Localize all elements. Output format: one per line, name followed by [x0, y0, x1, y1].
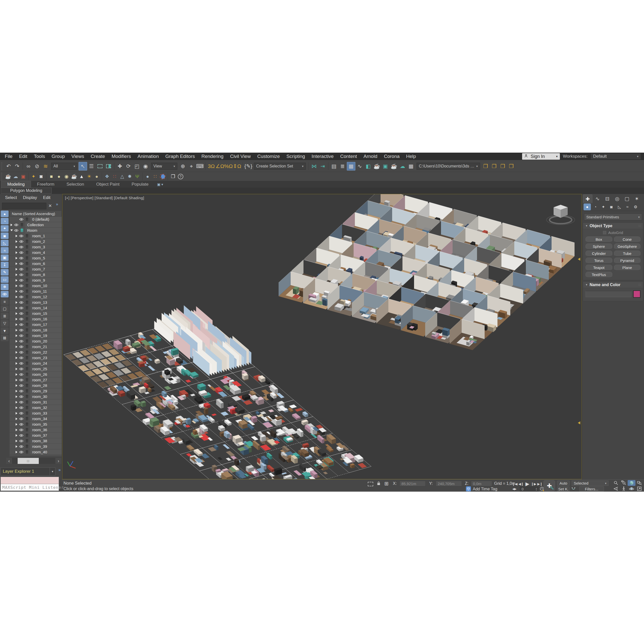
- material-square-icon[interactable]: ■: [48, 173, 55, 180]
- subcategory-dropdown[interactable]: Standard Primitives ▾: [584, 214, 642, 220]
- expand-arrow-icon[interactable]: [15, 418, 18, 420]
- expand-arrow-icon[interactable]: [15, 401, 18, 403]
- eye-icon[interactable]: [18, 334, 24, 337]
- ribbon-minimize-icon[interactable]: ▣ ▾: [155, 181, 166, 188]
- teapot-button[interactable]: Teapot: [586, 265, 612, 270]
- project-folder-dropdown[interactable]: C:\Users\10\Documents\3ds Max 2020▾: [417, 163, 480, 170]
- selection-filter-dropdown[interactable]: All▾: [51, 163, 77, 170]
- menu-file[interactable]: File: [2, 153, 16, 160]
- table-row[interactable]: room_39: [10, 444, 62, 449]
- maxscript-listener[interactable]: MAXScript Mini Listener: [1, 484, 59, 491]
- previous-key-button[interactable]: ◀❙: [518, 481, 524, 487]
- material-cone-icon[interactable]: ▲: [78, 173, 85, 180]
- search-input[interactable]: [2, 203, 46, 209]
- tube-button[interactable]: Tube: [614, 251, 641, 256]
- expand-arrow-icon[interactable]: [15, 445, 18, 448]
- expand-arrow-icon[interactable]: [15, 412, 18, 415]
- table-row[interactable]: room_37: [10, 433, 62, 438]
- table-row[interactable]: room_19: [10, 333, 62, 338]
- perspective-viewport[interactable]: [+] [Perspective] [Standard] [Default Sh…: [62, 194, 582, 479]
- menu-interactive[interactable]: Interactive: [308, 153, 337, 160]
- eye-icon[interactable]: [18, 434, 24, 437]
- select-and-move-icon[interactable]: ✚: [116, 162, 124, 171]
- ribbon-tab-freeform[interactable]: Freeform: [31, 181, 60, 188]
- chevron-down-icon[interactable]: ▾: [50, 467, 55, 476]
- expand-arrow-icon[interactable]: [15, 246, 18, 248]
- menu-rendering[interactable]: Rendering: [198, 153, 227, 160]
- explorer-menu-display[interactable]: Display: [20, 195, 40, 200]
- eye-icon[interactable]: [18, 257, 24, 260]
- eye-icon[interactable]: [18, 329, 24, 332]
- menu-customize[interactable]: Customize: [254, 153, 283, 160]
- expand-arrow-icon[interactable]: [15, 395, 18, 398]
- table-row[interactable]: room_30: [10, 394, 62, 399]
- table-row[interactable]: room_20: [10, 338, 62, 344]
- sign-in-button[interactable]: Sign In ▾: [522, 153, 560, 160]
- eye-icon[interactable]: [18, 318, 24, 321]
- select-by-name-icon[interactable]: ☰: [87, 162, 96, 171]
- orbit-icon[interactable]: [628, 486, 635, 492]
- filter-helpers-icon[interactable]: ◺: [1, 240, 9, 246]
- filter-containers-icon[interactable]: ▭: [1, 276, 9, 283]
- filter-shapes-icon[interactable]: ◔: [1, 218, 9, 224]
- filter-materials-icon[interactable]: ▣: [1, 254, 9, 261]
- align-icon[interactable]: ⇥: [318, 162, 327, 171]
- cat-spacewarps[interactable]: ≈: [624, 204, 631, 210]
- curve-editor-icon[interactable]: ∿: [355, 162, 364, 171]
- filter-geometry-icon[interactable]: ●: [1, 211, 9, 217]
- textplus-button[interactable]: TextPlus: [586, 272, 612, 278]
- selection-lock-icon[interactable]: [376, 481, 381, 486]
- menu-civil-view[interactable]: Civil View: [227, 153, 254, 160]
- table-row[interactable]: room_13: [10, 300, 62, 305]
- display-influences-icon[interactable]: ≡: [1, 298, 9, 305]
- filter-custom-icon[interactable]: ▼: [1, 327, 9, 334]
- geosphere-button[interactable]: GeoSphere: [614, 244, 641, 249]
- menu-scripting[interactable]: Scripting: [283, 153, 308, 160]
- eye-icon[interactable]: [18, 218, 24, 221]
- cat-geometry[interactable]: ●: [584, 204, 591, 210]
- eye-icon[interactable]: [18, 439, 24, 443]
- expand-arrow-icon[interactable]: [15, 434, 18, 437]
- spinner-arrows-icon[interactable]: ▲▼: [535, 487, 537, 491]
- expand-arrow-icon[interactable]: [15, 368, 18, 370]
- reference-coordinate-system-dropdown[interactable]: View▾: [151, 163, 177, 170]
- cat-helpers[interactable]: ◺: [616, 204, 623, 210]
- expand-arrow-icon[interactable]: [15, 384, 18, 387]
- tab-modify[interactable]: ∿: [593, 194, 602, 203]
- select-object-icon[interactable]: ↖: [79, 162, 87, 171]
- zoom-all-icon[interactable]: [620, 480, 628, 486]
- sun-icon[interactable]: ☀: [85, 173, 93, 180]
- table-row[interactable]: room_22: [10, 350, 62, 355]
- table-row[interactable]: room_29: [10, 388, 62, 394]
- explorer-selector-dropdown[interactable]: Layer Explorer 1: [1, 467, 50, 476]
- tab-create[interactable]: ✚: [583, 194, 592, 203]
- eye-icon[interactable]: [18, 323, 24, 326]
- table-row[interactable]: room_25: [10, 366, 62, 372]
- explorer-menu-select[interactable]: Select: [2, 195, 20, 200]
- eye-icon[interactable]: [18, 367, 24, 370]
- select-and-place-icon[interactable]: ◉: [141, 162, 150, 171]
- tab-utilities[interactable]: ✶: [632, 194, 641, 203]
- z-coordinate-field[interactable]: 0,0m: [471, 481, 492, 486]
- mirror-icon[interactable]: ⋈: [310, 162, 318, 171]
- collection-mode-icon[interactable]: ⊠: [1, 335, 9, 341]
- object-color-swatch[interactable]: [633, 290, 640, 298]
- material-editor-icon[interactable]: ◧: [364, 162, 372, 171]
- filters-button[interactable]: Filters...: [579, 486, 604, 492]
- menu-graph-editors[interactable]: Graph Editors: [162, 153, 198, 160]
- scroll-right-icon[interactable]: ›: [55, 458, 61, 464]
- table-row[interactable]: room_28: [10, 383, 62, 388]
- maximize-viewport-icon[interactable]: [635, 486, 643, 492]
- eye-icon[interactable]: [18, 301, 24, 304]
- snaps-toggle-3d-icon[interactable]: 3Ω: [207, 162, 216, 171]
- table-row[interactable]: room_27: [10, 377, 62, 383]
- expand-arrow-icon[interactable]: [15, 279, 18, 282]
- table-row[interactable]: room_8: [10, 272, 62, 278]
- explorer-menu-edit[interactable]: Edit: [40, 195, 53, 200]
- table-row[interactable]: room_2: [10, 239, 62, 244]
- table-row[interactable]: room_9: [10, 278, 62, 283]
- eye-icon[interactable]: [18, 395, 24, 398]
- select-and-link-icon[interactable]: ∞: [24, 162, 33, 171]
- cat-cameras[interactable]: ◙: [608, 204, 615, 210]
- table-row[interactable]: room_34: [10, 416, 62, 422]
